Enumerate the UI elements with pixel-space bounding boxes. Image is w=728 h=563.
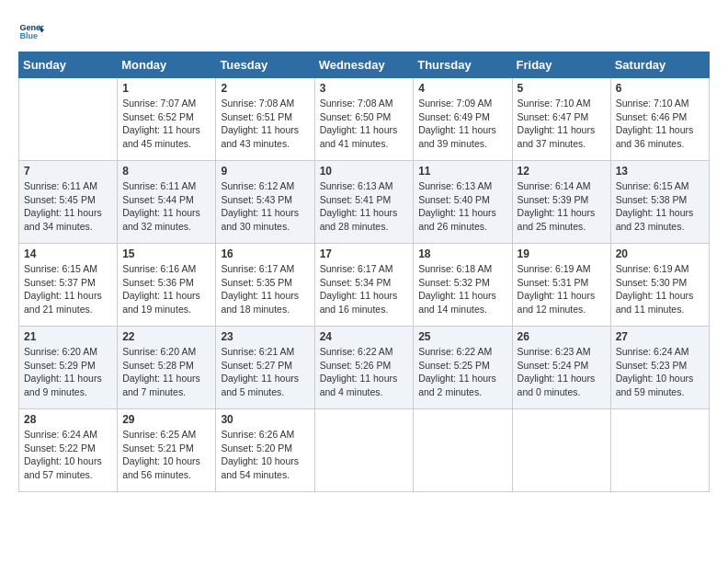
calendar-cell: 23Sunrise: 6:21 AMSunset: 5:27 PMDayligh… <box>216 327 314 409</box>
calendar-body: 1Sunrise: 7:07 AMSunset: 6:52 PMDaylight… <box>19 78 710 492</box>
day-info: Sunrise: 7:10 AMSunset: 6:46 PMDaylight:… <box>616 97 704 151</box>
column-header-friday: Friday <box>512 52 610 78</box>
calendar-cell: 14Sunrise: 6:15 AMSunset: 5:37 PMDayligh… <box>19 244 118 327</box>
calendar-cell: 13Sunrise: 6:15 AMSunset: 5:38 PMDayligh… <box>610 161 709 244</box>
calendar-cell: 15Sunrise: 6:16 AMSunset: 5:36 PMDayligh… <box>118 244 216 327</box>
day-info: Sunrise: 6:11 AMSunset: 5:45 PMDaylight:… <box>24 179 112 234</box>
calendar-cell: 29Sunrise: 6:25 AMSunset: 5:21 PMDayligh… <box>118 409 216 492</box>
day-number: 3 <box>320 82 409 95</box>
calendar-cell: 19Sunrise: 6:19 AMSunset: 5:31 PMDayligh… <box>512 244 610 327</box>
day-number: 10 <box>320 165 409 178</box>
day-info: Sunrise: 6:24 AMSunset: 5:22 PMDaylight:… <box>24 428 112 482</box>
calendar-cell: 2Sunrise: 7:08 AMSunset: 6:51 PMDaylight… <box>216 78 314 161</box>
day-info: Sunrise: 7:08 AMSunset: 6:51 PMDaylight:… <box>221 97 309 151</box>
day-number: 20 <box>616 247 704 260</box>
day-info: Sunrise: 6:22 AMSunset: 5:25 PMDaylight:… <box>418 345 506 399</box>
day-number: 6 <box>616 82 704 95</box>
calendar-week-3: 14Sunrise: 6:15 AMSunset: 5:37 PMDayligh… <box>19 244 710 327</box>
column-header-saturday: Saturday <box>610 52 709 78</box>
logo: General Blue <box>18 18 44 44</box>
day-info: Sunrise: 6:20 AMSunset: 5:28 PMDaylight:… <box>122 345 210 399</box>
day-number: 14 <box>24 247 112 260</box>
column-header-monday: Monday <box>118 52 216 78</box>
column-header-sunday: Sunday <box>19 52 118 78</box>
day-number: 22 <box>122 330 210 343</box>
day-number: 27 <box>616 330 704 343</box>
day-number: 19 <box>518 247 606 260</box>
day-info: Sunrise: 6:17 AMSunset: 5:34 PMDaylight:… <box>320 262 409 316</box>
day-number: 29 <box>122 413 210 426</box>
calendar-cell: 21Sunrise: 6:20 AMSunset: 5:29 PMDayligh… <box>19 327 118 409</box>
day-number: 18 <box>418 247 506 260</box>
column-header-wednesday: Wednesday <box>314 52 414 78</box>
day-info: Sunrise: 6:13 AMSunset: 5:41 PMDaylight:… <box>320 179 409 234</box>
day-info: Sunrise: 6:26 AMSunset: 5:20 PMDaylight:… <box>221 428 309 482</box>
day-number: 28 <box>24 413 112 426</box>
svg-text:Blue: Blue <box>19 31 38 40</box>
calendar-cell: 11Sunrise: 6:13 AMSunset: 5:40 PMDayligh… <box>414 161 512 244</box>
day-info: Sunrise: 6:15 AMSunset: 5:38 PMDaylight:… <box>616 179 704 234</box>
day-info: Sunrise: 7:08 AMSunset: 6:50 PMDaylight:… <box>320 97 409 151</box>
calendar-cell: 16Sunrise: 6:17 AMSunset: 5:35 PMDayligh… <box>216 244 314 327</box>
day-number: 21 <box>24 330 112 343</box>
day-info: Sunrise: 6:19 AMSunset: 5:30 PMDaylight:… <box>616 262 704 316</box>
day-number: 26 <box>518 330 606 343</box>
calendar-cell: 12Sunrise: 6:14 AMSunset: 5:39 PMDayligh… <box>512 161 610 244</box>
calendar-cell: 30Sunrise: 6:26 AMSunset: 5:20 PMDayligh… <box>216 409 314 492</box>
day-number: 16 <box>221 247 309 260</box>
calendar-cell <box>610 409 709 492</box>
calendar-cell <box>414 409 512 492</box>
calendar-cell: 24Sunrise: 6:22 AMSunset: 5:26 PMDayligh… <box>314 327 414 409</box>
day-info: Sunrise: 6:15 AMSunset: 5:37 PMDaylight:… <box>24 262 112 316</box>
day-info: Sunrise: 6:17 AMSunset: 5:35 PMDaylight:… <box>221 262 309 316</box>
day-number: 12 <box>518 165 606 178</box>
calendar-cell: 18Sunrise: 6:18 AMSunset: 5:32 PMDayligh… <box>414 244 512 327</box>
day-info: Sunrise: 6:18 AMSunset: 5:32 PMDaylight:… <box>418 262 506 316</box>
calendar-cell: 22Sunrise: 6:20 AMSunset: 5:28 PMDayligh… <box>118 327 216 409</box>
day-info: Sunrise: 7:10 AMSunset: 6:47 PMDaylight:… <box>518 97 606 151</box>
calendar-cell: 6Sunrise: 7:10 AMSunset: 6:46 PMDaylight… <box>610 78 709 161</box>
logo-icon: General Blue <box>18 18 44 44</box>
calendar-week-5: 28Sunrise: 6:24 AMSunset: 5:22 PMDayligh… <box>19 409 710 492</box>
calendar-table: SundayMondayTuesdayWednesdayThursdayFrid… <box>18 52 710 492</box>
day-number: 4 <box>418 82 506 95</box>
calendar-cell <box>314 409 414 492</box>
day-number: 7 <box>24 165 112 178</box>
calendar-cell: 17Sunrise: 6:17 AMSunset: 5:34 PMDayligh… <box>314 244 414 327</box>
day-info: Sunrise: 6:12 AMSunset: 5:43 PMDaylight:… <box>221 179 309 234</box>
day-info: Sunrise: 6:11 AMSunset: 5:44 PMDaylight:… <box>122 179 210 234</box>
day-number: 15 <box>122 247 210 260</box>
calendar-week-1: 1Sunrise: 7:07 AMSunset: 6:52 PMDaylight… <box>19 78 710 161</box>
day-info: Sunrise: 6:19 AMSunset: 5:31 PMDaylight:… <box>518 262 606 316</box>
calendar-header-row: SundayMondayTuesdayWednesdayThursdayFrid… <box>19 52 710 78</box>
calendar-cell: 10Sunrise: 6:13 AMSunset: 5:41 PMDayligh… <box>314 161 414 244</box>
calendar-cell: 28Sunrise: 6:24 AMSunset: 5:22 PMDayligh… <box>19 409 118 492</box>
day-info: Sunrise: 6:22 AMSunset: 5:26 PMDaylight:… <box>320 345 409 399</box>
calendar-cell <box>512 409 610 492</box>
day-number: 17 <box>320 247 409 260</box>
calendar-cell: 27Sunrise: 6:24 AMSunset: 5:23 PMDayligh… <box>610 327 709 409</box>
day-number: 30 <box>221 413 309 426</box>
day-number: 24 <box>320 330 409 343</box>
calendar-cell: 25Sunrise: 6:22 AMSunset: 5:25 PMDayligh… <box>414 327 512 409</box>
calendar-cell: 1Sunrise: 7:07 AMSunset: 6:52 PMDaylight… <box>118 78 216 161</box>
calendar-cell: 8Sunrise: 6:11 AMSunset: 5:44 PMDaylight… <box>118 161 216 244</box>
calendar-week-4: 21Sunrise: 6:20 AMSunset: 5:29 PMDayligh… <box>19 327 710 409</box>
calendar-cell: 5Sunrise: 7:10 AMSunset: 6:47 PMDaylight… <box>512 78 610 161</box>
calendar-cell: 20Sunrise: 6:19 AMSunset: 5:30 PMDayligh… <box>610 244 709 327</box>
day-number: 8 <box>122 165 210 178</box>
day-info: Sunrise: 6:23 AMSunset: 5:24 PMDaylight:… <box>518 345 606 399</box>
calendar-week-2: 7Sunrise: 6:11 AMSunset: 5:45 PMDaylight… <box>19 161 710 244</box>
day-info: Sunrise: 6:13 AMSunset: 5:40 PMDaylight:… <box>418 179 506 234</box>
column-header-tuesday: Tuesday <box>216 52 314 78</box>
day-info: Sunrise: 6:24 AMSunset: 5:23 PMDaylight:… <box>616 345 704 399</box>
page-header: General Blue <box>18 18 710 44</box>
day-number: 11 <box>418 165 506 178</box>
day-number: 13 <box>616 165 704 178</box>
day-number: 5 <box>518 82 606 95</box>
calendar-cell: 3Sunrise: 7:08 AMSunset: 6:50 PMDaylight… <box>314 78 414 161</box>
day-info: Sunrise: 6:25 AMSunset: 5:21 PMDaylight:… <box>122 428 210 482</box>
day-info: Sunrise: 6:20 AMSunset: 5:29 PMDaylight:… <box>24 345 112 399</box>
day-info: Sunrise: 6:14 AMSunset: 5:39 PMDaylight:… <box>518 179 606 234</box>
day-info: Sunrise: 6:21 AMSunset: 5:27 PMDaylight:… <box>221 345 309 399</box>
